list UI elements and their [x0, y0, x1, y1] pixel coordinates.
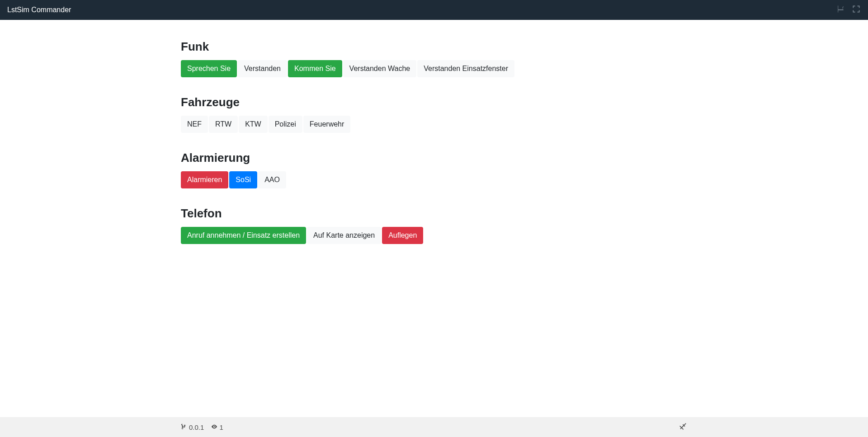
- version-info: 0.0.1: [181, 423, 204, 431]
- fullscreen-icon[interactable]: [852, 5, 861, 15]
- fahrzeuge-ktw-button[interactable]: KTW: [239, 116, 268, 133]
- funk-verstanden-wache-button[interactable]: Verstanden Wache: [343, 60, 417, 77]
- alarmierung-aao-button[interactable]: AAO: [258, 171, 286, 188]
- section-alarmierung: Alarmierung Alarmieren SoSi AAO: [181, 151, 687, 188]
- fahrzeuge-feuerwehr-button[interactable]: Feuerwehr: [303, 116, 350, 133]
- funk-verstanden-einsatzfenster-button[interactable]: Verstanden Einsatzfenster: [417, 60, 514, 77]
- section-fahrzeuge: Fahrzeuge NEF RTW KTW Polizei Feuerwehr: [181, 95, 687, 133]
- fahrzeuge-polizei-button[interactable]: Polizei: [269, 116, 302, 133]
- section-title-telefon: Telefon: [181, 207, 687, 221]
- footer-right: [679, 422, 687, 432]
- fahrzeuge-rtw-button[interactable]: RTW: [209, 116, 238, 133]
- alarmierung-alarmieren-button[interactable]: Alarmieren: [181, 171, 228, 188]
- alarmierung-sosi-button[interactable]: SoSi: [229, 171, 257, 188]
- viewers-info: 1: [211, 423, 223, 431]
- funk-sprechen-sie-button[interactable]: Sprechen Sie: [181, 60, 237, 77]
- footer-left: 0.0.1 1: [181, 423, 223, 431]
- footer: 0.0.1 1: [0, 417, 868, 437]
- eye-icon: [211, 423, 217, 431]
- section-funk: Funk Sprechen Sie Verstanden Kommen Sie …: [181, 40, 687, 77]
- tools-icon[interactable]: [679, 424, 687, 432]
- navbar-icons: [836, 5, 861, 15]
- branch-icon: [181, 423, 187, 431]
- section-title-fahrzeuge: Fahrzeuge: [181, 95, 687, 109]
- button-group-alarmierung: Alarmieren SoSi AAO: [181, 171, 287, 188]
- version-text: 0.0.1: [189, 423, 204, 431]
- telefon-auf-karte-button[interactable]: Auf Karte anzeigen: [307, 227, 381, 244]
- button-group-funk: Sprechen Sie Verstanden Kommen Sie Verst…: [181, 60, 515, 77]
- navbar: LstSim Commander: [0, 0, 868, 20]
- telefon-auflegen-button[interactable]: Auflegen: [382, 227, 423, 244]
- flag-icon[interactable]: [836, 5, 845, 15]
- viewers-text: 1: [219, 423, 223, 431]
- app-title: LstSim Commander: [7, 6, 71, 14]
- main-content: Funk Sprechen Sie Verstanden Kommen Sie …: [0, 20, 868, 244]
- section-title-alarmierung: Alarmierung: [181, 151, 687, 165]
- section-title-funk: Funk: [181, 40, 687, 54]
- funk-kommen-sie-button[interactable]: Kommen Sie: [288, 60, 342, 77]
- button-group-fahrzeuge: NEF RTW KTW Polizei Feuerwehr: [181, 116, 351, 133]
- funk-verstanden-button[interactable]: Verstanden: [238, 60, 287, 77]
- fahrzeuge-nef-button[interactable]: NEF: [181, 116, 208, 133]
- button-group-telefon: Anruf annehmen / Einsatz erstellen Auf K…: [181, 227, 424, 244]
- telefon-anruf-annehmen-button[interactable]: Anruf annehmen / Einsatz erstellen: [181, 227, 306, 244]
- section-telefon: Telefon Anruf annehmen / Einsatz erstell…: [181, 207, 687, 244]
